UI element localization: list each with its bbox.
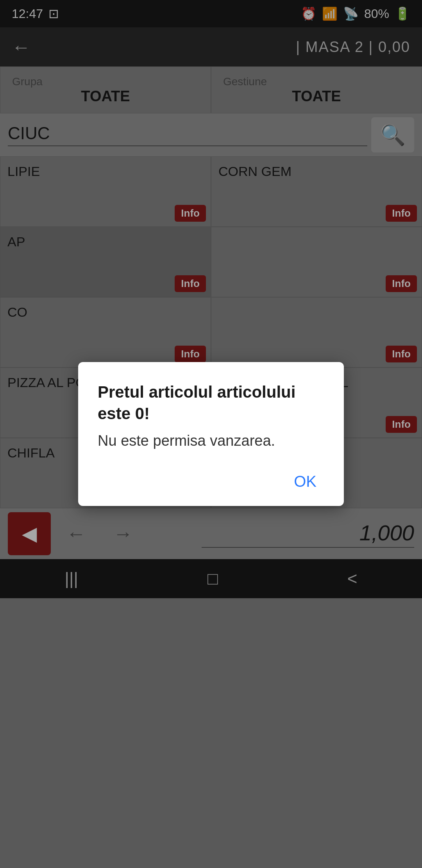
dialog-overlay: Pretul articolul articolului este 0! Nu …	[0, 0, 422, 868]
alert-dialog: Pretul articolul articolului este 0! Nu …	[78, 362, 344, 506]
dialog-ok-button[interactable]: OK	[286, 469, 324, 494]
dialog-message: Nu este permisa vanzarea.	[98, 432, 324, 449]
dialog-actions: OK	[98, 469, 324, 494]
dialog-title: Pretul articolul articolului este 0!	[98, 382, 324, 424]
